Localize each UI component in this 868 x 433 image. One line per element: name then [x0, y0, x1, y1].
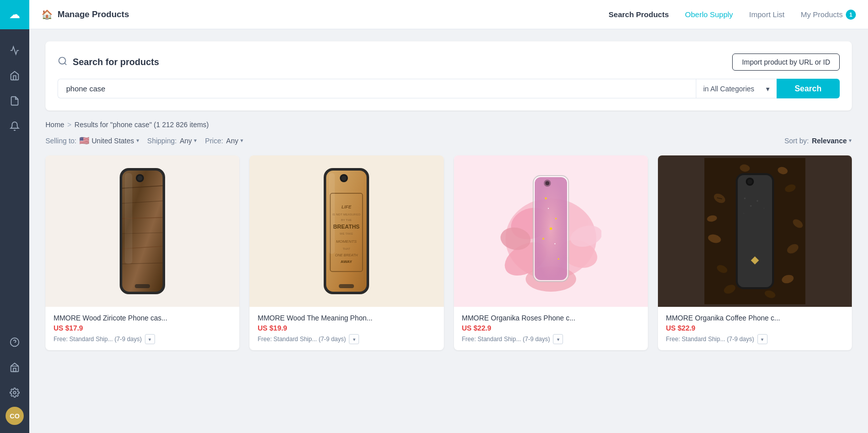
- product-image-wrap: [658, 155, 852, 307]
- topnav-logo-area: 🏠 Manage Products: [41, 9, 129, 20]
- filter-price: Price: Any ▾: [205, 137, 243, 145]
- page-title: Manage Products: [58, 10, 129, 20]
- sidebar-item-store[interactable]: [4, 356, 26, 378]
- svg-text:WE TAKE: WE TAKE: [340, 232, 353, 235]
- product-card[interactable]: MMORE Wood Ziricote Phone cas... US $17.…: [45, 155, 239, 350]
- sort-wrap: Sort by: Relevance ▾: [784, 137, 852, 145]
- filter-selling-to-label: Selling to:: [45, 137, 76, 145]
- svg-point-76: [743, 213, 744, 214]
- product-shipping: Free: Standard Ship... (7-9 days) ▾: [462, 334, 640, 344]
- avatar[interactable]: CO: [6, 407, 24, 425]
- filter-selling-to-value: United States: [91, 137, 134, 145]
- nav-my-products-wrap[interactable]: My Products 1: [801, 10, 856, 20]
- filters-bar: Selling to: 🇺🇸 United States ▾ Shipping:…: [45, 136, 852, 145]
- gear-icon: [10, 388, 20, 398]
- svg-rect-18: [125, 173, 132, 264]
- breadcrumb-home[interactable]: Home: [45, 121, 64, 129]
- product-info: MMORE Organika Coffee Phone c... US $22.…: [658, 307, 852, 350]
- svg-point-46: [555, 218, 556, 220]
- shipping-dropdown-button[interactable]: ▾: [145, 334, 155, 344]
- selling-to-chevron-icon: ▾: [136, 137, 139, 144]
- search-title-wrap: Search for products: [58, 56, 159, 69]
- svg-point-47: [542, 238, 544, 240]
- import-product-button[interactable]: Import product by URL or ID: [732, 53, 840, 71]
- filter-price-value: Any: [226, 137, 238, 145]
- search-icon: [58, 56, 68, 69]
- product-info: MMORE Wood The Meaning Phon... US $19.9 …: [249, 307, 443, 350]
- bell-icon: [10, 121, 20, 131]
- svg-point-45: [545, 197, 547, 199]
- product-card[interactable]: LIFE IS NOT MEASURED BY THE BREATHS WE T…: [249, 155, 443, 350]
- price-chevron-icon: ▾: [240, 137, 243, 144]
- filter-shipping-value-wrap[interactable]: Any ▾: [180, 137, 197, 145]
- product-image: [500, 158, 601, 304]
- search-header: Search for products Import product by UR…: [58, 53, 840, 71]
- search-input[interactable]: [58, 79, 696, 98]
- page-home-icon: 🏠: [41, 9, 53, 20]
- shipping-text: Free: Standard Ship... (7-9 days): [258, 336, 346, 343]
- filter-price-label: Price:: [205, 137, 223, 145]
- shipping-chevron-icon: ▾: [194, 137, 197, 144]
- svg-text:IS NOT MEASURED: IS NOT MEASURED: [333, 213, 361, 216]
- svg-text:ONE BREATH: ONE BREATH: [335, 253, 359, 257]
- svg-text:LIFE: LIFE: [342, 204, 352, 209]
- sidebar-logo[interactable]: ☁: [0, 0, 29, 29]
- product-name: MMORE Organika Coffee Phone c...: [666, 314, 844, 322]
- product-card[interactable]: MMORE Organika Roses Phone c... US $22.9…: [454, 155, 648, 350]
- sidebar-item-analytics[interactable]: [4, 39, 26, 62]
- product-card[interactable]: MMORE Organika Coffee Phone c... US $22.…: [658, 155, 852, 350]
- shipping-dropdown-button[interactable]: ▾: [553, 334, 563, 344]
- sidebar-item-home[interactable]: [4, 65, 26, 87]
- filter-selling-to-value-wrap[interactable]: 🇺🇸 United States ▾: [79, 136, 139, 145]
- svg-point-48: [557, 258, 559, 260]
- svg-text:BY THE: BY THE: [341, 219, 352, 222]
- help-icon: [10, 337, 20, 347]
- svg-point-74: [744, 198, 745, 199]
- product-image: [102, 158, 183, 304]
- product-price: US $19.9: [258, 324, 435, 332]
- filters-left: Selling to: 🇺🇸 United States ▾ Shipping:…: [45, 136, 243, 145]
- svg-point-53: [545, 181, 549, 185]
- search-bar: in All Categories ▾ Search: [58, 79, 840, 98]
- sidebar-item-settings[interactable]: [4, 382, 26, 404]
- sort-chevron-icon: ▾: [849, 137, 852, 144]
- home-icon: [10, 71, 20, 81]
- filter-shipping: Shipping: Any ▾: [147, 137, 197, 145]
- sort-label: Sort by:: [784, 137, 808, 145]
- product-image-wrap: LIFE IS NOT MEASURED BY THE BREATHS WE T…: [249, 155, 443, 307]
- shipping-dropdown-button[interactable]: ▾: [349, 334, 359, 344]
- svg-rect-2: [11, 366, 19, 372]
- us-flag-icon: 🇺🇸: [79, 136, 89, 145]
- svg-rect-33: [339, 284, 354, 288]
- my-products-badge: 1: [846, 10, 856, 20]
- nav-search-products[interactable]: Search Products: [608, 10, 669, 19]
- topnav-links: Search Products Oberlo Supply Import Lis…: [608, 10, 856, 20]
- topnav: 🏠 Manage Products Search Products Oberlo…: [29, 0, 868, 29]
- search-button[interactable]: Search: [777, 79, 840, 98]
- sidebar-item-orders[interactable]: [4, 90, 26, 112]
- page-content: Search for products Import product by UR…: [29, 29, 868, 433]
- breadcrumb-separator: >: [67, 121, 71, 129]
- svg-point-32: [341, 176, 346, 181]
- svg-point-49: [549, 228, 552, 230]
- svg-point-78: [763, 208, 764, 209]
- product-name: MMORE Wood Ziricote Phone cas...: [54, 314, 231, 322]
- svg-text:MOMENTS: MOMENTS: [336, 239, 358, 244]
- shipping-dropdown-button[interactable]: ▾: [757, 334, 768, 344]
- avatar-initials: CO: [10, 412, 20, 420]
- nav-oberlo-supply[interactable]: Oberlo Supply: [685, 10, 733, 19]
- nav-import-list[interactable]: Import List: [749, 10, 785, 19]
- sidebar-item-help[interactable]: [4, 331, 26, 353]
- category-select[interactable]: in All Categories ▾: [696, 79, 777, 98]
- filter-price-value-wrap[interactable]: Any ▾: [226, 137, 243, 145]
- svg-point-4: [14, 392, 16, 394]
- product-info: MMORE Organika Roses Phone c... US $22.9…: [454, 307, 648, 350]
- product-name: MMORE Wood The Meaning Phon...: [258, 314, 435, 322]
- store-icon: [10, 362, 20, 372]
- sort-value-wrap[interactable]: Relevance ▾: [812, 137, 852, 145]
- svg-line-6: [65, 63, 67, 65]
- sidebar: ☁ CO: [0, 0, 29, 433]
- svg-point-5: [59, 57, 66, 64]
- sidebar-item-notifications[interactable]: [4, 115, 26, 137]
- product-image: [704, 158, 805, 304]
